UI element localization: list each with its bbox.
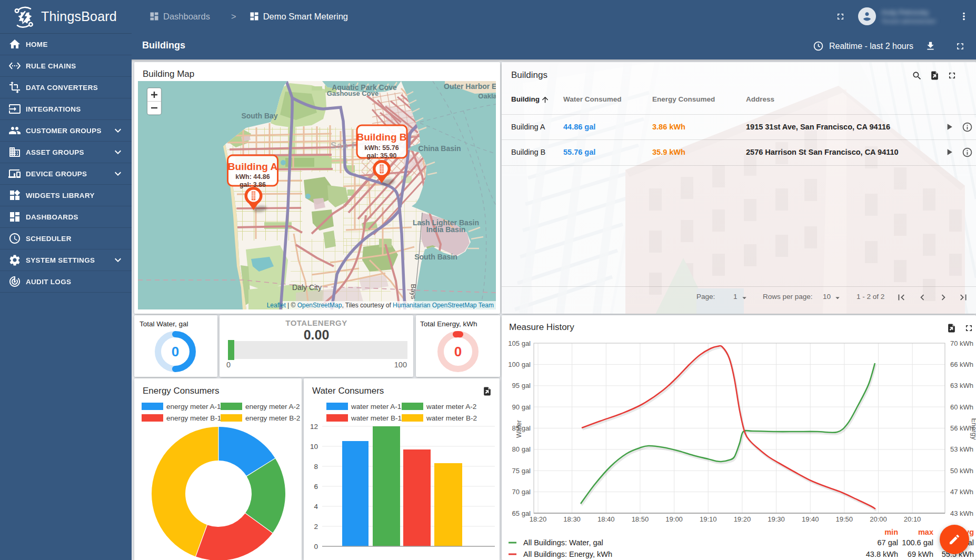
svg-text:4: 4 (314, 503, 318, 511)
svg-text:19:10: 19:10 (700, 515, 717, 523)
svg-text:Water: Water (515, 419, 523, 438)
svg-text:18:20: 18:20 (530, 515, 547, 523)
svg-text:18:40: 18:40 (597, 515, 615, 523)
svg-text:70 kWh: 70 kWh (950, 339, 973, 347)
svg-text:90 gal: 90 gal (512, 403, 531, 411)
svg-text:Oaklan: Oaklan (478, 92, 496, 100)
svg-text:100 gal: 100 gal (508, 361, 531, 368)
svg-text:67 gal: 67 gal (877, 538, 898, 547)
svg-text:43 kWh: 43 kWh (950, 509, 973, 517)
svg-text:0: 0 (454, 344, 462, 359)
svg-text:kWh: 55.76: kWh: 55.76 (364, 144, 399, 152)
svg-text:0: 0 (314, 543, 318, 551)
svg-text:Energy: Energy (970, 418, 976, 440)
svg-text:0: 0 (172, 344, 179, 359)
svg-text:63 kWh: 63 kWh (950, 382, 973, 389)
svg-text:70 gal: 70 gal (512, 488, 531, 496)
svg-text:20:10: 20:10 (904, 515, 921, 523)
svg-text:Building A: Building A (228, 161, 278, 172)
svg-text:Daly City: Daly City (292, 283, 322, 292)
svg-text:56 kWh: 56 kWh (950, 424, 973, 432)
svg-text:All Buildings: Water, gal: All Buildings: Water, gal (523, 538, 603, 547)
svg-text:8: 8 (314, 463, 318, 471)
svg-text:Gashouse Cove: Gashouse Cove (327, 89, 379, 97)
svg-text:19:30: 19:30 (768, 515, 785, 523)
svg-text:75 gal: 75 gal (512, 467, 531, 475)
svg-text:105 gal: 105 gal (508, 339, 531, 347)
svg-text:95 gal: 95 gal (512, 382, 531, 389)
svg-text:19:00: 19:00 (665, 515, 683, 523)
svg-text:66 kWh: 66 kWh (950, 361, 973, 368)
svg-text:gal: 35.90: gal: 35.90 (367, 152, 397, 159)
svg-text:50 kWh: 50 kWh (950, 467, 973, 475)
svg-text:53 kWh: 53 kWh (950, 445, 973, 453)
svg-text:min: min (884, 528, 898, 536)
svg-text:max: max (918, 528, 933, 536)
svg-text:12: 12 (310, 423, 318, 431)
svg-text:Bays: Bays (410, 284, 417, 299)
svg-text:60 kWh: 60 kWh (950, 403, 973, 411)
svg-text:43.8 kWh: 43.8 kWh (866, 550, 898, 558)
svg-text:India Basin: India Basin (426, 225, 466, 234)
svg-text:18:30: 18:30 (563, 515, 581, 523)
svg-text:China Basin: China Basin (419, 144, 461, 153)
svg-text:69 kWh: 69 kWh (908, 550, 933, 558)
svg-text:South Bay: South Bay (241, 112, 277, 120)
svg-text:kWh: 44.86: kWh: 44.86 (235, 173, 270, 181)
svg-text:20:00: 20:00 (870, 515, 887, 523)
svg-text:47 kWh: 47 kWh (950, 488, 973, 496)
svg-text:19:50: 19:50 (836, 515, 853, 523)
svg-text:80 gal: 80 gal (512, 445, 531, 453)
svg-text:2: 2 (314, 523, 318, 531)
svg-text:6: 6 (314, 483, 318, 491)
svg-text:Outer Harbor Er: Outer Harbor Er (444, 82, 496, 91)
svg-text:19:20: 19:20 (734, 515, 751, 523)
svg-text:100.6 gal: 100.6 gal (902, 538, 933, 547)
svg-text:Building B: Building B (357, 132, 407, 143)
svg-text:10: 10 (310, 443, 318, 451)
svg-text:gal: 3.86: gal: 3.86 (240, 181, 266, 188)
svg-text:South Basin: South Basin (414, 253, 457, 261)
svg-text:65 gal: 65 gal (512, 509, 531, 517)
svg-text:18:50: 18:50 (632, 515, 649, 523)
svg-text:19:40: 19:40 (802, 515, 819, 523)
svg-text:Leaflet | © OpenStreetMap, Til: Leaflet | © OpenStreetMap, Tiles courtes… (267, 302, 494, 309)
svg-text:All Buildings: Energy, kWh: All Buildings: Energy, kWh (523, 550, 612, 558)
